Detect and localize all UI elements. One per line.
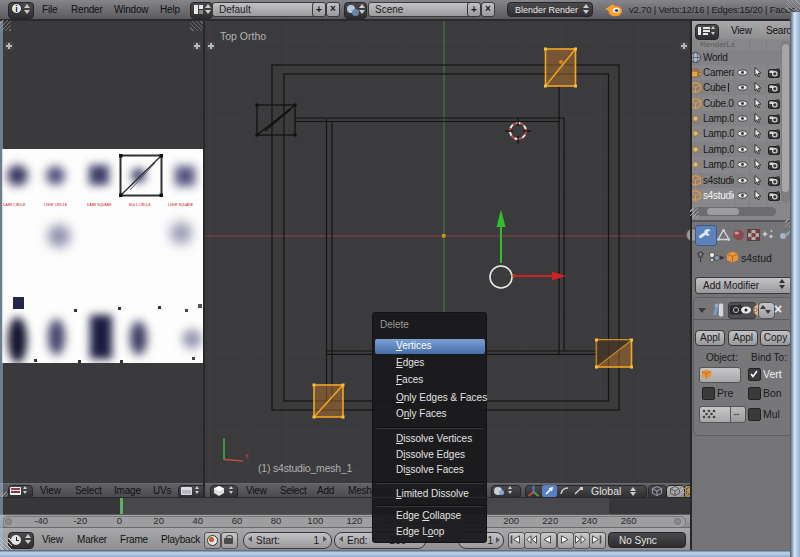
- svg-text:x: x: [245, 452, 249, 459]
